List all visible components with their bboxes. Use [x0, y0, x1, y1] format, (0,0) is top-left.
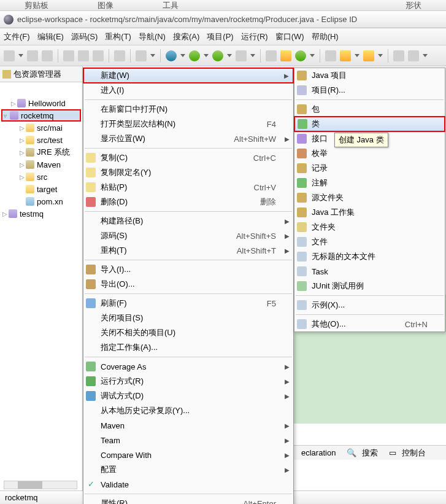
- expand-icon[interactable]: ▷: [11, 100, 17, 107]
- tree-item[interactable]: ▷src: [1, 171, 81, 183]
- menu-item[interactable]: 源文件夹: [294, 190, 445, 205]
- tree-item[interactable]: ▷testmq: [1, 207, 81, 220]
- search-icon[interactable]: [363, 50, 374, 61]
- menu-item[interactable]: 构建路径(B)▶: [83, 214, 293, 228]
- menu-item[interactable]: 搜索(A): [173, 31, 199, 42]
- dropdown-icon[interactable]: [423, 54, 428, 59]
- tool-icon[interactable]: [393, 50, 404, 61]
- tool-icon[interactable]: [136, 50, 147, 61]
- tree-item[interactable]: ▷Maven: [1, 158, 81, 171]
- menu-item[interactable]: 粘贴(P)Ctrl+V: [83, 180, 293, 195]
- tool-icon[interactable]: [408, 50, 419, 61]
- context-menu[interactable]: 新建(W)▶进入(I)在新窗口中打开(N)打开类型层次结构(N)F4显示位置(W…: [83, 68, 294, 504]
- menu-item[interactable]: 项目(R)...: [294, 83, 445, 98]
- tree-item[interactable]: target: [1, 183, 81, 195]
- tree-item[interactable]: pom.xn: [1, 195, 81, 207]
- menu-item[interactable]: 关闭不相关的项目(U): [83, 325, 293, 340]
- menu-item[interactable]: Maven▶: [83, 418, 293, 433]
- dropdown-icon[interactable]: [204, 54, 209, 59]
- package-explorer-tab[interactable]: 包资源管理器: [0, 66, 82, 82]
- menu-item[interactable]: Java 工作集: [294, 205, 445, 220]
- menu-item[interactable]: 导航(N): [139, 31, 166, 42]
- open-task-icon[interactable]: [340, 50, 351, 61]
- expand-icon[interactable]: ▷: [20, 161, 26, 168]
- menu-item[interactable]: Coverage As▶: [83, 359, 293, 374]
- menu-item[interactable]: Java 项目: [294, 68, 445, 83]
- menu-item[interactable]: Team▶: [83, 433, 293, 448]
- menu-item[interactable]: 编辑(E): [37, 31, 64, 42]
- toolbar[interactable]: [0, 45, 446, 66]
- menu-item[interactable]: 新建(W)▶: [83, 68, 293, 83]
- tool-icon[interactable]: [295, 50, 306, 61]
- tab-console[interactable]: ▭控制台: [389, 448, 429, 459]
- menu-item[interactable]: 关闭项目(S): [83, 311, 293, 325]
- menu-item[interactable]: JUnit 测试用例: [294, 279, 445, 293]
- tool-icon[interactable]: [325, 50, 336, 61]
- menu-item[interactable]: 删除(D)删除: [83, 195, 293, 209]
- menu-item[interactable]: 类: [294, 117, 445, 131]
- menu-bar[interactable]: 文件(F)编辑(E)源码(S)重构(T)导航(N)搜索(A)项目(P)运行(R)…: [0, 28, 446, 45]
- expand-icon[interactable]: ▿: [4, 112, 10, 119]
- debug-icon[interactable]: [166, 50, 177, 61]
- menu-item[interactable]: 指定工作集(A)...: [83, 340, 293, 355]
- menu-item[interactable]: 示例(X)...: [294, 298, 445, 312]
- expand-icon[interactable]: ▷: [20, 174, 26, 180]
- menu-item[interactable]: Task: [294, 264, 445, 279]
- menu-item[interactable]: 配置▶: [83, 462, 293, 477]
- coverage-icon[interactable]: [212, 50, 223, 61]
- menu-item[interactable]: 复制限定名(Y): [83, 165, 293, 180]
- new-icon[interactable]: [4, 50, 15, 61]
- expand-icon[interactable]: ▷: [20, 137, 26, 144]
- tab-search[interactable]: 🔍搜索: [347, 448, 382, 459]
- menu-item[interactable]: 重构(T)Alt+Shift+T▶: [83, 243, 293, 258]
- menu-item[interactable]: 导入(I)...: [83, 262, 293, 277]
- menu-item[interactable]: 复制(C)Ctrl+C: [83, 150, 293, 165]
- menu-item[interactable]: 源码(S): [71, 31, 98, 42]
- tool-icon[interactable]: [78, 50, 89, 61]
- horizontal-scrollbar[interactable]: [4, 481, 77, 489]
- menu-item[interactable]: ✓Validate: [83, 477, 293, 492]
- menu-item[interactable]: 窗口(W): [275, 31, 304, 42]
- menu-item[interactable]: 记录: [294, 161, 445, 176]
- menu-item[interactable]: 包: [294, 102, 445, 117]
- tool-icon[interactable]: [280, 50, 291, 61]
- save-all-icon[interactable]: [42, 50, 53, 61]
- tree-item[interactable]: ▷src/test: [1, 134, 81, 146]
- menu-item[interactable]: 枚举: [294, 146, 445, 161]
- tool-icon[interactable]: [266, 50, 277, 61]
- menu-item[interactable]: 项目(P): [207, 31, 233, 42]
- run-icon[interactable]: [189, 50, 200, 61]
- menu-item[interactable]: 文件夹: [294, 220, 445, 235]
- dropdown-icon[interactable]: [378, 54, 383, 59]
- expand-icon[interactable]: ▷: [2, 211, 9, 217]
- menu-item[interactable]: 导出(O)...: [83, 277, 293, 292]
- dropdown-icon[interactable]: [355, 54, 359, 59]
- menu-item[interactable]: 打开类型层次结构(N)F4: [83, 117, 293, 131]
- new-submenu[interactable]: Java 项目项目(R)...包类接口枚举记录注解源文件夹Java 工作集文件夹…: [294, 68, 445, 332]
- tree-item[interactable]: ▷JRE 系统: [1, 146, 81, 158]
- expand-icon[interactable]: ▷: [20, 149, 26, 156]
- menu-item[interactable]: 运行(R): [241, 31, 268, 42]
- dropdown-icon[interactable]: [180, 54, 185, 59]
- menu-item[interactable]: 注解: [294, 176, 445, 190]
- menu-item[interactable]: 进入(I): [83, 83, 293, 98]
- menu-item[interactable]: 无标题的文本文件: [294, 249, 445, 264]
- bottom-tabs[interactable]: eclaration 🔍搜索 ▭控制台: [294, 445, 446, 460]
- menu-item[interactable]: 显示位置(W)Alt+Shift+W▶: [83, 131, 293, 146]
- package-explorer[interactable]: 包资源管理器 ▷Helloworld▿rocketmq▷src/mai▷src/…: [0, 66, 83, 490]
- tab-declaration[interactable]: eclaration: [298, 448, 339, 457]
- menu-item[interactable]: 属性(R)Alt+Enter: [83, 496, 293, 504]
- tool-icon[interactable]: [93, 50, 104, 61]
- tree-item[interactable]: ▿rocketmq: [1, 109, 81, 122]
- dropdown-icon[interactable]: [18, 54, 23, 59]
- tree-item[interactable]: ▷Helloworld: [1, 97, 81, 109]
- tool-icon[interactable]: [63, 50, 74, 61]
- scrollbar-thumb[interactable]: [18, 481, 42, 489]
- dropdown-icon[interactable]: [250, 54, 255, 59]
- tree-item[interactable]: ▷src/mai: [1, 122, 81, 134]
- tool-icon[interactable]: [114, 50, 125, 61]
- menu-item[interactable]: 文件: [294, 235, 445, 249]
- expand-icon[interactable]: ▷: [20, 125, 26, 131]
- menu-item[interactable]: 刷新(F)F5: [83, 296, 293, 311]
- menu-item[interactable]: 在新窗口中打开(N): [83, 102, 293, 117]
